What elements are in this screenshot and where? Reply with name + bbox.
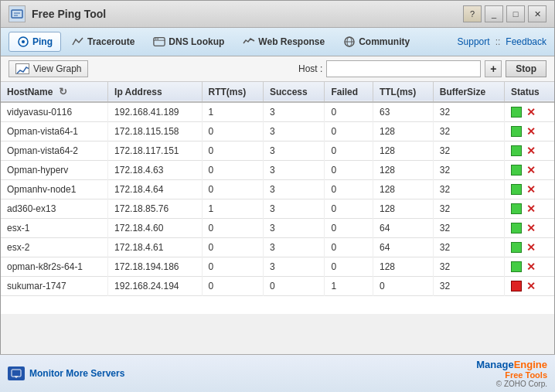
cell-buffersize: 32 [433, 257, 504, 277]
feedback-link[interactable]: Feedback [506, 36, 546, 47]
tab-community[interactable]: Community [335, 32, 417, 51]
dns-icon [153, 36, 165, 48]
delete-row-icon[interactable]: ✕ [526, 183, 536, 196]
status-green-icon [511, 165, 522, 176]
monitor-icon [8, 366, 25, 380]
delete-row-icon[interactable]: ✕ [526, 261, 536, 273]
footer-brand: ManageEngine Free Tools © ZOHO Corp. [476, 359, 547, 388]
cell-rtt: 0 [202, 180, 263, 199]
host-controls: Host : + Stop [298, 60, 546, 77]
cell-rtt: 0 [202, 277, 263, 296]
cell-success: 3 [263, 257, 324, 277]
cell-buffersize: 32 [433, 180, 504, 199]
host-input[interactable] [326, 60, 481, 77]
cell-status: ✕ [505, 219, 554, 237]
cell-failed: 0 [325, 219, 373, 238]
cell-rtt: 1 [202, 199, 263, 219]
delete-row-icon[interactable]: ✕ [526, 280, 536, 292]
col-ttl: TTL(ms) [373, 82, 433, 102]
cell-ip: 172.18.117.151 [108, 141, 202, 161]
cell-failed: 1 [325, 277, 373, 296]
tab-web-response[interactable]: Web Response [235, 32, 332, 51]
cell-status: ✕ [505, 161, 554, 179]
cell-ip: 192.168.41.189 [108, 102, 202, 122]
minimize-button[interactable]: _ [485, 5, 503, 22]
cell-ttl: 128 [373, 257, 433, 277]
cell-rtt: 0 [202, 219, 263, 238]
tab-ping[interactable]: Ping [9, 32, 61, 52]
manage-engine-label: ManageEngine [476, 359, 547, 370]
cell-failed: 0 [325, 122, 373, 141]
cell-rtt: 0 [202, 122, 263, 141]
free-tools-label: Free Tools [476, 370, 547, 380]
delete-row-icon[interactable]: ✕ [526, 222, 536, 234]
cell-status: ✕ [505, 122, 554, 141]
help-button[interactable]: ? [463, 5, 482, 22]
cell-status: ✕ [505, 277, 554, 295]
cell-buffersize: 32 [433, 161, 504, 180]
col-failed: Failed [325, 82, 373, 102]
add-host-button[interactable]: + [485, 60, 502, 77]
cell-ip: 172.18.4.60 [108, 219, 202, 238]
svg-point-8 [158, 39, 159, 40]
delete-row-icon[interactable]: ✕ [526, 106, 536, 118]
maximize-button[interactable]: □ [506, 5, 525, 22]
cell-hostname: ad360-ex13 [1, 199, 108, 219]
app-title: Free Ping Tool [9, 5, 106, 22]
view-graph-button[interactable]: View Graph [9, 60, 88, 77]
status-green-icon [511, 223, 522, 233]
delete-row-icon[interactable]: ✕ [526, 164, 536, 176]
monitor-servers-link[interactable]: Monitor More Servers [8, 366, 124, 380]
app-icon [9, 5, 26, 22]
cell-ttl: 64 [373, 219, 433, 238]
cell-ttl: 128 [373, 199, 433, 219]
cell-ip: 172.18.194.186 [108, 257, 202, 277]
host-label: Host : [298, 63, 322, 74]
ping-icon [17, 36, 29, 48]
close-button[interactable]: ✕ [528, 5, 546, 22]
status-green-icon [511, 126, 522, 137]
col-rtt: RTT(ms) [202, 82, 263, 102]
delete-row-icon[interactable]: ✕ [526, 125, 536, 138]
tab-dns-lookup[interactable]: DNS Lookup [145, 32, 232, 51]
cell-failed: 0 [325, 257, 373, 277]
delete-row-icon[interactable]: ✕ [526, 203, 536, 215]
status-red-icon [511, 281, 522, 291]
cell-status: ✕ [505, 199, 554, 218]
tab-traceroute[interactable]: Traceroute [64, 32, 142, 51]
cell-hostname: Opman-hyperv [1, 161, 108, 180]
cell-buffersize: 32 [433, 141, 504, 161]
cell-ttl: 128 [373, 161, 433, 180]
cell-ttl: 63 [373, 102, 433, 122]
cell-success: 3 [263, 141, 324, 161]
table-row: Opman-hyperv 172.18.4.63 0 3 0 128 32 ✕ [1, 161, 554, 180]
web-response-icon [243, 36, 255, 48]
stop-button[interactable]: Stop [506, 60, 546, 77]
copyright-label: © ZOHO Corp. [476, 380, 547, 388]
cell-success: 3 [263, 122, 324, 141]
support-link[interactable]: Support [458, 36, 490, 47]
cell-ttl: 64 [373, 238, 433, 257]
graph-icon [15, 63, 29, 74]
ping-results-table: HostName ↻ Ip Address RTT(ms) Success Fa… [1, 82, 554, 314]
window-controls: ? _ □ ✕ [463, 5, 546, 22]
cell-hostname: Opman-vista64-2 [1, 141, 108, 161]
cell-buffersize: 32 [433, 122, 504, 141]
cell-status: ✕ [505, 180, 554, 199]
cell-success: 3 [263, 180, 324, 199]
svg-point-7 [155, 39, 157, 40]
col-hostname: HostName ↻ [1, 82, 108, 102]
cell-ttl: 0 [373, 277, 433, 296]
delete-row-icon[interactable]: ✕ [526, 145, 536, 157]
cell-hostname: esx-1 [1, 219, 108, 238]
cell-ip: 172.18.85.76 [108, 199, 202, 219]
cell-buffersize: 32 [433, 219, 504, 238]
table-row: vidyavasu-0116 192.168.41.189 1 3 0 63 3… [1, 102, 554, 122]
cell-rtt: 0 [202, 238, 263, 257]
cell-success: 3 [263, 219, 324, 238]
reload-icon[interactable]: ↻ [59, 86, 67, 97]
toolbar-separator: :: [495, 36, 501, 47]
svg-point-4 [22, 40, 25, 43]
status-green-icon [511, 184, 522, 195]
delete-row-icon[interactable]: ✕ [526, 241, 536, 254]
